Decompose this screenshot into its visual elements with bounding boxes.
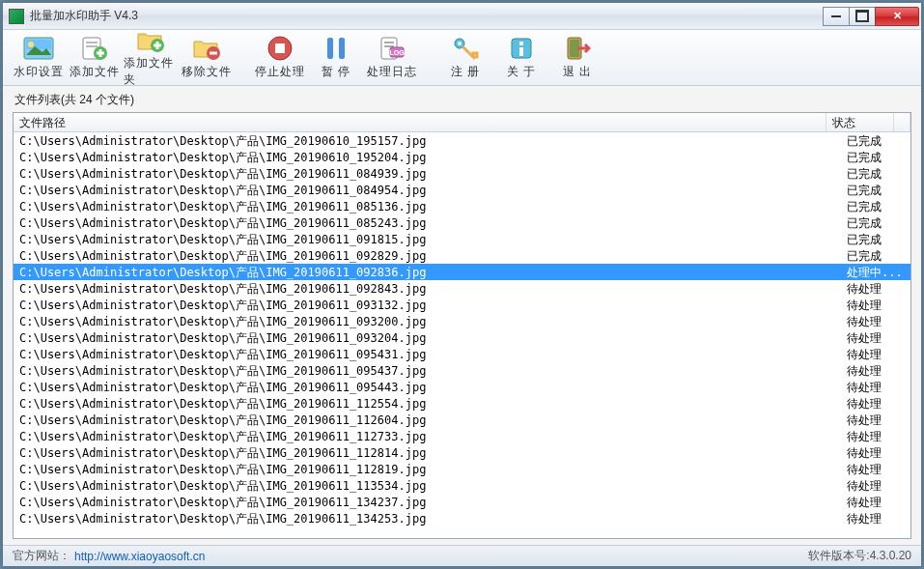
svg-rect-16 xyxy=(327,38,333,59)
file-row[interactable]: C:\Users\Administrator\Desktop\产品\IMG_20… xyxy=(14,149,910,165)
key-icon xyxy=(450,35,481,62)
file-path-cell: C:\Users\Administrator\Desktop\产品\IMG_20… xyxy=(14,313,843,329)
version-info: 软件版本号:4.3.0.20 xyxy=(808,548,911,564)
file-row[interactable]: C:\Users\Administrator\Desktop\产品\IMG_20… xyxy=(14,165,910,182)
file-status-cell: 待处理 xyxy=(843,297,910,313)
add-files-label: 添加文件 xyxy=(70,64,120,80)
file-row[interactable]: C:\Users\Administrator\Desktop\产品\IMG_20… xyxy=(14,428,910,444)
file-status-cell: 待处理 xyxy=(843,428,910,444)
register-button[interactable]: 注 册 xyxy=(437,33,493,83)
add-folder-label: 添加文件夹 xyxy=(124,55,178,88)
file-row[interactable]: C:\Users\Administrator\Desktop\产品\IMG_20… xyxy=(14,182,910,198)
file-row[interactable]: C:\Users\Administrator\Desktop\产品\IMG_20… xyxy=(14,477,910,494)
svg-rect-4 xyxy=(86,42,98,43)
file-status-cell: 待处理 xyxy=(843,379,910,395)
version-number: 4.3.0.20 xyxy=(870,549,911,562)
file-row[interactable]: C:\Users\Administrator\Desktop\产品\IMG_20… xyxy=(14,379,910,395)
file-row[interactable]: C:\Users\Administrator\Desktop\产品\IMG_20… xyxy=(14,313,910,329)
file-row[interactable]: C:\Users\Administrator\Desktop\产品\IMG_20… xyxy=(14,329,910,346)
file-path-cell: C:\Users\Administrator\Desktop\产品\IMG_20… xyxy=(14,165,843,182)
file-status-cell: 待处理 xyxy=(843,362,910,379)
svg-rect-19 xyxy=(384,42,394,43)
file-status-cell: 待处理 xyxy=(843,346,910,362)
file-row[interactable]: C:\Users\Administrator\Desktop\产品\IMG_20… xyxy=(14,132,910,149)
file-path-cell: C:\Users\Administrator\Desktop\产品\IMG_20… xyxy=(14,494,843,510)
process-log-button[interactable]: LOG 处理日志 xyxy=(364,33,420,83)
minimize-button[interactable] xyxy=(823,7,850,26)
file-status-cell: 待处理 xyxy=(843,477,910,494)
file-row[interactable]: C:\Users\Administrator\Desktop\产品\IMG_20… xyxy=(14,297,910,313)
website-label: 官方网站： xyxy=(13,548,70,564)
window-title: 批量加水印助手 V4.3 xyxy=(30,8,824,24)
file-row[interactable]: C:\Users\Administrator\Desktop\产品\IMG_20… xyxy=(14,247,910,264)
file-status-cell: 已完成 xyxy=(843,132,910,149)
register-label: 注 册 xyxy=(451,64,480,80)
svg-rect-13 xyxy=(210,52,217,55)
list-body[interactable]: C:\Users\Administrator\Desktop\产品\IMG_20… xyxy=(14,132,910,538)
file-row[interactable]: C:\Users\Administrator\Desktop\产品\IMG_20… xyxy=(14,494,910,510)
column-header-path[interactable]: 文件路径 xyxy=(14,113,826,131)
file-path-cell: C:\Users\Administrator\Desktop\产品\IMG_20… xyxy=(14,132,843,149)
add-files-icon xyxy=(79,35,110,62)
remove-files-label: 移除文件 xyxy=(182,64,232,80)
window-controls xyxy=(824,7,919,26)
file-status-cell: 已完成 xyxy=(843,198,910,214)
file-status-cell: 待处理 xyxy=(843,444,910,461)
file-row[interactable]: C:\Users\Administrator\Desktop\产品\IMG_20… xyxy=(14,280,910,297)
file-row[interactable]: C:\Users\Administrator\Desktop\产品\IMG_20… xyxy=(14,346,910,362)
titlebar[interactable]: 批量加水印助手 V4.3 xyxy=(3,3,921,30)
file-path-cell: C:\Users\Administrator\Desktop\产品\IMG_20… xyxy=(14,280,843,297)
file-path-cell: C:\Users\Administrator\Desktop\产品\IMG_20… xyxy=(14,198,843,214)
close-button[interactable] xyxy=(875,7,919,26)
watermark-settings-button[interactable]: 水印设置 xyxy=(11,33,67,83)
file-list: 文件路径 状态 C:\Users\Administrator\Desktop\产… xyxy=(13,112,911,539)
file-row[interactable]: C:\Users\Administrator\Desktop\产品\IMG_20… xyxy=(14,412,910,428)
file-path-cell: C:\Users\Administrator\Desktop\产品\IMG_20… xyxy=(14,297,843,313)
file-status-cell: 已完成 xyxy=(843,231,910,247)
file-path-cell: C:\Users\Administrator\Desktop\产品\IMG_20… xyxy=(14,379,843,395)
statusbar: 官方网站： http://www.xiaoyaosoft.cn 软件版本号:4.… xyxy=(3,545,921,566)
list-header: 文件路径 状态 xyxy=(14,113,910,132)
file-status-cell: 待处理 xyxy=(843,461,910,477)
file-row[interactable]: C:\Users\Administrator\Desktop\产品\IMG_20… xyxy=(14,362,910,379)
file-path-cell: C:\Users\Administrator\Desktop\产品\IMG_20… xyxy=(14,264,843,280)
file-path-cell: C:\Users\Administrator\Desktop\产品\IMG_20… xyxy=(14,412,843,428)
pause-button[interactable]: 暂 停 xyxy=(308,33,364,83)
file-path-cell: C:\Users\Administrator\Desktop\产品\IMG_20… xyxy=(14,362,843,379)
file-row[interactable]: C:\Users\Administrator\Desktop\产品\IMG_20… xyxy=(14,231,910,247)
svg-rect-27 xyxy=(519,47,523,56)
exit-button[interactable]: 退 出 xyxy=(549,33,605,83)
file-row[interactable]: C:\Users\Administrator\Desktop\产品\IMG_20… xyxy=(14,214,910,231)
file-path-cell: C:\Users\Administrator\Desktop\产品\IMG_20… xyxy=(14,477,843,494)
remove-files-icon xyxy=(191,35,222,62)
watermark-settings-label: 水印设置 xyxy=(14,64,64,80)
file-path-cell: C:\Users\Administrator\Desktop\产品\IMG_20… xyxy=(14,346,843,362)
remove-files-button[interactable]: 移除文件 xyxy=(179,33,235,83)
column-header-scrollspace xyxy=(894,113,910,131)
svg-rect-15 xyxy=(275,43,285,53)
file-row[interactable]: C:\Users\Administrator\Desktop\产品\IMG_20… xyxy=(14,461,910,477)
file-row[interactable]: C:\Users\Administrator\Desktop\产品\IMG_20… xyxy=(14,444,910,461)
exit-icon xyxy=(562,35,593,62)
file-status-cell: 已完成 xyxy=(843,247,910,264)
file-row[interactable]: C:\Users\Administrator\Desktop\产品\IMG_20… xyxy=(14,264,910,280)
add-files-button[interactable]: 添加文件 xyxy=(67,33,123,83)
stop-process-button[interactable]: 停止处理 xyxy=(252,33,308,83)
file-path-cell: C:\Users\Administrator\Desktop\产品\IMG_20… xyxy=(14,510,843,526)
file-row[interactable]: C:\Users\Administrator\Desktop\产品\IMG_20… xyxy=(14,395,910,412)
about-button[interactable]: 关 于 xyxy=(493,33,549,83)
svg-rect-17 xyxy=(339,38,345,59)
file-status-cell: 待处理 xyxy=(843,494,910,510)
svg-rect-5 xyxy=(86,45,98,47)
add-folder-button[interactable]: 添加文件夹 xyxy=(123,33,179,83)
file-path-cell: C:\Users\Administrator\Desktop\产品\IMG_20… xyxy=(14,461,843,477)
watermark-settings-icon xyxy=(23,35,54,62)
file-path-cell: C:\Users\Administrator\Desktop\产品\IMG_20… xyxy=(14,231,843,247)
file-row[interactable]: C:\Users\Administrator\Desktop\产品\IMG_20… xyxy=(14,198,910,214)
process-log-label: 处理日志 xyxy=(367,64,417,80)
website-link[interactable]: http://www.xiaoyaosoft.cn xyxy=(74,550,205,563)
column-header-status[interactable]: 状态 xyxy=(826,113,894,131)
file-path-cell: C:\Users\Administrator\Desktop\产品\IMG_20… xyxy=(14,444,843,461)
maximize-button[interactable] xyxy=(849,7,876,26)
file-row[interactable]: C:\Users\Administrator\Desktop\产品\IMG_20… xyxy=(14,510,910,526)
